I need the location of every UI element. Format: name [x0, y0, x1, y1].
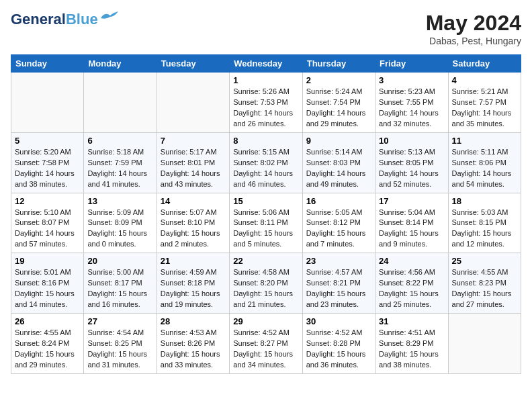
- calendar-cell: 1Sunrise: 5:26 AM Sunset: 7:53 PM Daylig…: [230, 73, 302, 133]
- day-info: Sunrise: 5:05 AM Sunset: 8:12 PM Dayligh…: [306, 208, 371, 250]
- calendar-cell: 12Sunrise: 5:10 AM Sunset: 8:07 PM Dayli…: [11, 193, 84, 253]
- day-number: 27: [87, 316, 152, 326]
- day-of-week-monday: Monday: [84, 55, 157, 73]
- day-of-week-friday: Friday: [375, 55, 448, 73]
- day-info: Sunrise: 5:11 AM Sunset: 8:06 PM Dayligh…: [452, 147, 517, 190]
- day-number: 3: [379, 75, 444, 85]
- location: Dabas, Pest, Hungary: [426, 36, 521, 46]
- logo-bird-icon: [99, 10, 120, 25]
- calendar-cell: 3Sunrise: 5:23 AM Sunset: 7:55 PM Daylig…: [375, 73, 448, 133]
- day-info: Sunrise: 5:14 AM Sunset: 8:03 PM Dayligh…: [306, 147, 371, 190]
- day-of-week-saturday: Saturday: [448, 55, 521, 73]
- day-number: 18: [452, 196, 517, 206]
- calendar-cell: 13Sunrise: 5:09 AM Sunset: 8:09 PM Dayli…: [84, 193, 157, 253]
- calendar-cell: 19Sunrise: 5:01 AM Sunset: 8:16 PM Dayli…: [11, 253, 84, 314]
- calendar-week-4: 19Sunrise: 5:01 AM Sunset: 8:16 PM Dayli…: [11, 253, 521, 314]
- calendar-week-3: 12Sunrise: 5:10 AM Sunset: 8:07 PM Dayli…: [11, 193, 521, 253]
- calendar-cell: [448, 314, 521, 374]
- day-number: 8: [233, 136, 298, 146]
- day-number: 6: [87, 136, 152, 146]
- day-number: 30: [306, 316, 371, 326]
- day-info: Sunrise: 5:07 AM Sunset: 8:10 PM Dayligh…: [161, 208, 226, 250]
- day-number: 26: [15, 316, 80, 326]
- day-number: 9: [306, 136, 371, 146]
- day-number: 25: [452, 256, 517, 266]
- calendar-cell: 6Sunrise: 5:18 AM Sunset: 7:59 PM Daylig…: [84, 132, 157, 193]
- day-info: Sunrise: 5:18 AM Sunset: 7:59 PM Dayligh…: [87, 147, 152, 190]
- calendar-week-2: 5Sunrise: 5:20 AM Sunset: 7:58 PM Daylig…: [11, 132, 521, 193]
- calendar-cell: 25Sunrise: 4:55 AM Sunset: 8:23 PM Dayli…: [448, 253, 521, 314]
- day-info: Sunrise: 5:21 AM Sunset: 7:57 PM Dayligh…: [452, 87, 517, 130]
- calendar-cell: 31Sunrise: 4:51 AM Sunset: 8:29 PM Dayli…: [375, 314, 448, 374]
- day-of-week-wednesday: Wednesday: [230, 55, 302, 73]
- calendar-cell: 10Sunrise: 5:13 AM Sunset: 8:05 PM Dayli…: [375, 132, 448, 193]
- calendar-cell: 30Sunrise: 4:52 AM Sunset: 8:28 PM Dayli…: [302, 314, 375, 374]
- calendar-week-5: 26Sunrise: 4:55 AM Sunset: 8:24 PM Dayli…: [11, 314, 521, 374]
- day-info: Sunrise: 4:58 AM Sunset: 8:20 PM Dayligh…: [233, 267, 298, 310]
- day-number: 21: [161, 256, 226, 266]
- day-info: Sunrise: 5:15 AM Sunset: 8:02 PM Dayligh…: [233, 147, 298, 190]
- calendar-cell: 7Sunrise: 5:17 AM Sunset: 8:01 PM Daylig…: [157, 132, 229, 193]
- calendar-cell: [157, 73, 229, 133]
- calendar-cell: 14Sunrise: 5:07 AM Sunset: 8:10 PM Dayli…: [157, 193, 229, 253]
- calendar-cell: 23Sunrise: 4:57 AM Sunset: 8:21 PM Dayli…: [302, 253, 375, 314]
- day-number: 1: [233, 75, 298, 85]
- calendar-cell: 26Sunrise: 4:55 AM Sunset: 8:24 PM Dayli…: [11, 314, 84, 374]
- calendar-table: SundayMondayTuesdayWednesdayThursdayFrid…: [11, 54, 521, 374]
- day-info: Sunrise: 5:24 AM Sunset: 7:54 PM Dayligh…: [306, 87, 371, 130]
- logo-general: General: [11, 11, 66, 28]
- day-number: 11: [452, 136, 517, 146]
- calendar-cell: 22Sunrise: 4:58 AM Sunset: 8:20 PM Dayli…: [230, 253, 302, 314]
- calendar-cell: [11, 73, 84, 133]
- day-number: 23: [306, 256, 371, 266]
- day-number: 7: [161, 136, 226, 146]
- calendar-cell: 16Sunrise: 5:05 AM Sunset: 8:12 PM Dayli…: [302, 193, 375, 253]
- calendar-week-1: 1Sunrise: 5:26 AM Sunset: 7:53 PM Daylig…: [11, 73, 521, 133]
- day-info: Sunrise: 4:59 AM Sunset: 8:18 PM Dayligh…: [161, 267, 226, 310]
- day-info: Sunrise: 5:13 AM Sunset: 8:05 PM Dayligh…: [379, 147, 444, 190]
- calendar-cell: [84, 73, 157, 133]
- calendar-cell: 29Sunrise: 4:52 AM Sunset: 8:27 PM Dayli…: [230, 314, 302, 374]
- day-info: Sunrise: 5:09 AM Sunset: 8:09 PM Dayligh…: [87, 208, 152, 250]
- calendar-cell: 17Sunrise: 5:04 AM Sunset: 8:14 PM Dayli…: [375, 193, 448, 253]
- day-info: Sunrise: 4:53 AM Sunset: 8:26 PM Dayligh…: [161, 328, 226, 371]
- calendar-cell: 24Sunrise: 4:56 AM Sunset: 8:22 PM Dayli…: [375, 253, 448, 314]
- day-info: Sunrise: 4:54 AM Sunset: 8:25 PM Dayligh…: [87, 328, 152, 371]
- calendar-header-row: SundayMondayTuesdayWednesdayThursdayFrid…: [11, 55, 521, 73]
- calendar-cell: 20Sunrise: 5:00 AM Sunset: 8:17 PM Dayli…: [84, 253, 157, 314]
- day-number: 29: [233, 316, 298, 326]
- calendar-cell: 2Sunrise: 5:24 AM Sunset: 7:54 PM Daylig…: [302, 73, 375, 133]
- day-number: 19: [15, 256, 80, 266]
- day-info: Sunrise: 4:55 AM Sunset: 8:24 PM Dayligh…: [15, 328, 80, 371]
- calendar-cell: 28Sunrise: 4:53 AM Sunset: 8:26 PM Dayli…: [157, 314, 229, 374]
- day-number: 16: [306, 196, 371, 206]
- calendar-cell: 5Sunrise: 5:20 AM Sunset: 7:58 PM Daylig…: [11, 132, 84, 193]
- calendar-cell: 9Sunrise: 5:14 AM Sunset: 8:03 PM Daylig…: [302, 132, 375, 193]
- day-info: Sunrise: 5:20 AM Sunset: 7:58 PM Dayligh…: [15, 147, 80, 190]
- day-info: Sunrise: 4:52 AM Sunset: 8:27 PM Dayligh…: [233, 328, 298, 371]
- calendar-cell: 4Sunrise: 5:21 AM Sunset: 7:57 PM Daylig…: [448, 73, 521, 133]
- day-info: Sunrise: 5:17 AM Sunset: 8:01 PM Dayligh…: [161, 147, 226, 190]
- day-info: Sunrise: 5:04 AM Sunset: 8:14 PM Dayligh…: [379, 208, 444, 250]
- day-info: Sunrise: 5:26 AM Sunset: 7:53 PM Dayligh…: [233, 87, 298, 130]
- day-info: Sunrise: 4:57 AM Sunset: 8:21 PM Dayligh…: [306, 267, 371, 310]
- day-number: 5: [15, 136, 80, 146]
- day-number: 12: [15, 196, 80, 206]
- day-of-week-tuesday: Tuesday: [157, 55, 229, 73]
- calendar-cell: 15Sunrise: 5:06 AM Sunset: 8:11 PM Dayli…: [230, 193, 302, 253]
- day-number: 15: [233, 196, 298, 206]
- day-number: 17: [379, 196, 444, 206]
- day-info: Sunrise: 5:10 AM Sunset: 8:07 PM Dayligh…: [15, 208, 80, 250]
- day-number: 2: [306, 75, 371, 85]
- logo: General Blue: [11, 11, 120, 28]
- day-info: Sunrise: 4:56 AM Sunset: 8:22 PM Dayligh…: [379, 267, 444, 310]
- day-number: 10: [379, 136, 444, 146]
- day-info: Sunrise: 5:01 AM Sunset: 8:16 PM Dayligh…: [15, 267, 80, 310]
- calendar-cell: 21Sunrise: 4:59 AM Sunset: 8:18 PM Dayli…: [157, 253, 229, 314]
- day-number: 22: [233, 256, 298, 266]
- calendar-cell: 18Sunrise: 5:03 AM Sunset: 8:15 PM Dayli…: [448, 193, 521, 253]
- day-info: Sunrise: 5:03 AM Sunset: 8:15 PM Dayligh…: [452, 208, 517, 250]
- day-info: Sunrise: 4:55 AM Sunset: 8:23 PM Dayligh…: [452, 267, 517, 310]
- day-of-week-thursday: Thursday: [302, 55, 375, 73]
- day-number: 24: [379, 256, 444, 266]
